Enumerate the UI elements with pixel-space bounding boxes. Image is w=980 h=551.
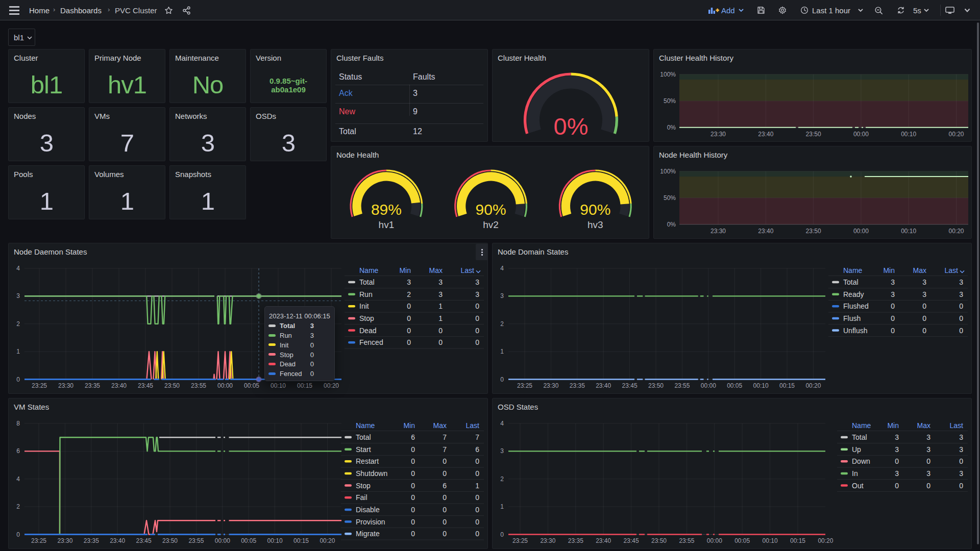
svg-text:0: 0 <box>411 518 415 526</box>
svg-text:1: 1 <box>500 503 504 510</box>
svg-text:23:45: 23:45 <box>138 382 153 389</box>
svg-text:00:15: 00:15 <box>790 537 805 544</box>
svg-text:23:40: 23:40 <box>110 537 125 544</box>
svg-text:Max: Max <box>429 266 443 274</box>
svg-text:00:00: 00:00 <box>853 131 869 138</box>
svg-text:Start: Start <box>356 445 371 454</box>
svg-text:4: 4 <box>16 265 20 272</box>
svg-text:3: 3 <box>959 290 963 298</box>
svg-text:6: 6 <box>16 447 20 455</box>
svg-text:00:10: 00:10 <box>901 131 916 138</box>
svg-text:89%: 89% <box>371 201 402 218</box>
svg-text:23:25: 23:25 <box>517 382 532 389</box>
svg-text:0: 0 <box>475 314 479 322</box>
svg-text:1: 1 <box>500 348 504 355</box>
svg-text:Last: Last <box>466 421 480 430</box>
svg-text:0: 0 <box>443 493 447 502</box>
svg-text:0: 0 <box>475 327 479 335</box>
svg-text:Name: Name <box>852 421 871 430</box>
svg-text:50%: 50% <box>664 97 676 105</box>
svg-text:Run: Run <box>359 290 373 298</box>
svg-text:00:05: 00:05 <box>244 382 259 389</box>
svg-text:0: 0 <box>959 457 963 465</box>
svg-text:0: 0 <box>16 531 20 538</box>
svg-text:00:20: 00:20 <box>948 131 964 138</box>
svg-text:0: 0 <box>411 506 415 514</box>
svg-text:0: 0 <box>411 482 415 490</box>
svg-text:Total: Total <box>843 278 859 286</box>
svg-text:0: 0 <box>959 302 963 310</box>
svg-text:00:20: 00:20 <box>805 382 821 389</box>
svg-text:00:10: 00:10 <box>901 228 916 235</box>
svg-text:Stop: Stop <box>359 314 374 322</box>
svg-text:23:30: 23:30 <box>57 537 72 544</box>
svg-text:6: 6 <box>411 433 415 441</box>
svg-text:23:30: 23:30 <box>710 228 726 235</box>
svg-text:00:00: 00:00 <box>707 537 722 544</box>
svg-text:3: 3 <box>891 278 895 286</box>
svg-text:3: 3 <box>891 290 895 298</box>
svg-text:2: 2 <box>16 503 20 510</box>
svg-text:90%: 90% <box>580 201 610 218</box>
svg-text:Max: Max <box>917 421 930 430</box>
svg-text:00:00: 00:00 <box>701 382 716 389</box>
svg-text:3: 3 <box>895 445 899 454</box>
svg-text:3: 3 <box>500 447 504 455</box>
svg-text:0: 0 <box>475 338 479 346</box>
svg-text:00:15: 00:15 <box>293 537 309 544</box>
svg-text:Init: Init <box>359 302 369 310</box>
svg-text:Unflush: Unflush <box>843 327 867 335</box>
svg-text:0: 0 <box>475 518 479 526</box>
svg-text:0: 0 <box>891 302 895 310</box>
svg-text:0%: 0% <box>667 124 676 131</box>
svg-text:23:55: 23:55 <box>191 382 206 389</box>
svg-text:2: 2 <box>16 320 20 328</box>
svg-text:0: 0 <box>407 302 411 310</box>
svg-text:23:35: 23:35 <box>85 382 100 389</box>
svg-text:Disable: Disable <box>356 506 380 514</box>
svg-text:3: 3 <box>959 445 963 454</box>
svg-text:0: 0 <box>443 469 447 478</box>
svg-text:23:25: 23:25 <box>31 537 46 544</box>
svg-text:0: 0 <box>891 314 895 322</box>
svg-text:23:35: 23:35 <box>84 537 99 544</box>
svg-text:3: 3 <box>16 292 20 299</box>
svg-text:0: 0 <box>411 445 415 454</box>
svg-text:3: 3 <box>926 445 930 454</box>
svg-text:Fenced: Fenced <box>359 338 383 346</box>
svg-text:23:55: 23:55 <box>188 537 204 544</box>
svg-text:23:30: 23:30 <box>58 382 74 389</box>
svg-text:0: 0 <box>922 327 926 335</box>
svg-text:0: 0 <box>407 327 411 335</box>
svg-text:3: 3 <box>959 433 963 441</box>
svg-text:23:45: 23:45 <box>624 537 639 544</box>
svg-text:00:00: 00:00 <box>853 228 869 235</box>
svg-text:1: 1 <box>438 314 443 322</box>
svg-text:00:20: 00:20 <box>948 228 964 235</box>
svg-text:0: 0 <box>411 469 415 478</box>
svg-text:Flushed: Flushed <box>843 302 869 310</box>
svg-text:23:45: 23:45 <box>136 537 152 544</box>
svg-text:0: 0 <box>443 530 447 538</box>
svg-text:0: 0 <box>438 338 443 346</box>
svg-text:7: 7 <box>475 433 479 441</box>
svg-text:23:40: 23:40 <box>111 382 127 389</box>
svg-text:0: 0 <box>16 376 20 383</box>
svg-text:00:10: 00:10 <box>271 382 286 389</box>
svg-text:23:40: 23:40 <box>596 537 611 544</box>
svg-text:0: 0 <box>443 506 447 514</box>
svg-text:3: 3 <box>895 433 899 441</box>
svg-text:23:45: 23:45 <box>622 382 638 389</box>
svg-text:0: 0 <box>475 457 479 465</box>
svg-text:3: 3 <box>959 278 963 286</box>
svg-text:4: 4 <box>500 265 504 272</box>
svg-text:6: 6 <box>443 482 447 490</box>
svg-text:3: 3 <box>926 433 930 441</box>
svg-text:0: 0 <box>926 482 930 490</box>
svg-text:23:50: 23:50 <box>806 131 821 138</box>
svg-text:0: 0 <box>891 327 895 335</box>
svg-text:3: 3 <box>922 278 926 286</box>
svg-text:0: 0 <box>475 506 479 514</box>
svg-text:3: 3 <box>475 278 479 286</box>
svg-text:2: 2 <box>407 290 411 298</box>
